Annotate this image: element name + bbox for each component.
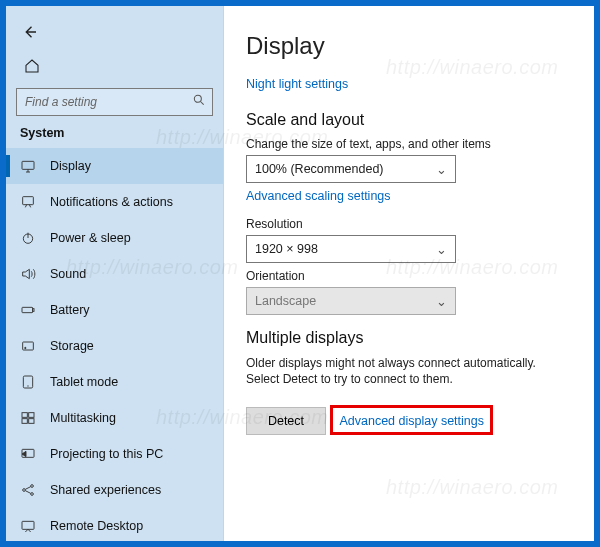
svg-point-16 (31, 493, 34, 496)
orientation-label: Orientation (246, 269, 572, 283)
svg-rect-1 (22, 161, 34, 169)
sidebar-item-projecting[interactable]: Projecting to this PC (6, 436, 223, 472)
sidebar-item-shared[interactable]: Shared experiences (6, 472, 223, 508)
sidebar-item-multitasking[interactable]: Multitasking (6, 400, 223, 436)
storage-icon (20, 338, 36, 354)
sidebar-section-title: System (6, 124, 223, 148)
svg-point-15 (31, 485, 34, 488)
remote-icon (20, 518, 36, 534)
svg-rect-17 (22, 521, 34, 529)
power-icon (20, 230, 36, 246)
resolution-value: 1920 × 998 (255, 242, 318, 256)
sidebar-item-label: Tablet mode (50, 375, 118, 389)
resolution-label: Resolution (246, 217, 572, 231)
tablet-icon (20, 374, 36, 390)
multiple-displays-heading: Multiple displays (246, 329, 572, 347)
sidebar-item-power[interactable]: Power & sleep (6, 220, 223, 256)
sidebar-item-sound[interactable]: Sound (6, 256, 223, 292)
multiple-displays-desc: Older displays might not always connect … (246, 355, 566, 387)
chevron-down-icon: ⌄ (436, 162, 447, 177)
sidebar: System Display Notifications & actions P… (6, 6, 224, 541)
search-icon (192, 93, 206, 111)
main-content: Display Night light settings Scale and l… (224, 6, 594, 541)
svg-point-14 (23, 489, 26, 492)
svg-rect-6 (23, 342, 34, 350)
scale-value: 100% (Recommended) (255, 162, 384, 176)
svg-point-0 (194, 95, 201, 102)
svg-rect-12 (29, 419, 34, 424)
back-button[interactable] (16, 18, 44, 46)
sidebar-item-label: Power & sleep (50, 231, 131, 245)
sidebar-item-remote[interactable]: Remote Desktop (6, 508, 223, 541)
svg-rect-10 (29, 413, 34, 418)
svg-rect-4 (22, 307, 33, 312)
sidebar-nav: Display Notifications & actions Power & … (6, 148, 223, 541)
highlight-box: Advanced display settings (330, 405, 493, 435)
home-button[interactable] (18, 52, 46, 80)
detect-button[interactable]: Detect (246, 407, 326, 435)
svg-point-7 (25, 347, 26, 348)
advanced-display-link[interactable]: Advanced display settings (339, 414, 484, 428)
sidebar-item-label: Storage (50, 339, 94, 353)
sidebar-item-battery[interactable]: Battery (6, 292, 223, 328)
search-input[interactable] (23, 94, 192, 110)
chevron-down-icon: ⌄ (436, 294, 447, 309)
sidebar-item-label: Sound (50, 267, 86, 281)
scale-heading: Scale and layout (246, 111, 572, 129)
notifications-icon (20, 194, 36, 210)
sidebar-item-label: Display (50, 159, 91, 173)
sound-icon (20, 266, 36, 282)
resolution-select[interactable]: 1920 × 998 ⌄ (246, 235, 456, 263)
sidebar-item-display[interactable]: Display (6, 148, 223, 184)
sidebar-item-storage[interactable]: Storage (6, 328, 223, 364)
scale-label: Change the size of text, apps, and other… (246, 137, 572, 151)
shared-icon (20, 482, 36, 498)
display-icon (20, 158, 36, 174)
multitasking-icon (20, 410, 36, 426)
sidebar-item-label: Shared experiences (50, 483, 161, 497)
svg-rect-2 (23, 197, 34, 205)
sidebar-item-label: Battery (50, 303, 90, 317)
search-box[interactable] (16, 88, 213, 116)
orientation-value: Landscape (255, 294, 316, 308)
sidebar-item-label: Notifications & actions (50, 195, 173, 209)
scale-select[interactable]: 100% (Recommended) ⌄ (246, 155, 456, 183)
chevron-down-icon: ⌄ (436, 242, 447, 257)
settings-window: http://winaero.com http://winaero.com ht… (6, 6, 594, 541)
battery-icon (20, 302, 36, 318)
sidebar-item-tablet[interactable]: Tablet mode (6, 364, 223, 400)
svg-rect-5 (33, 309, 34, 312)
sidebar-item-label: Multitasking (50, 411, 116, 425)
sidebar-item-label: Projecting to this PC (50, 447, 163, 461)
page-title: Display (246, 32, 572, 60)
svg-rect-9 (22, 413, 27, 418)
sidebar-item-notifications[interactable]: Notifications & actions (6, 184, 223, 220)
titlebar (6, 14, 223, 50)
projecting-icon (20, 446, 36, 462)
sidebar-item-label: Remote Desktop (50, 519, 143, 533)
advanced-scaling-link[interactable]: Advanced scaling settings (246, 189, 391, 203)
orientation-select: Landscape ⌄ (246, 287, 456, 315)
svg-rect-11 (22, 419, 27, 424)
night-light-link[interactable]: Night light settings (246, 77, 348, 91)
